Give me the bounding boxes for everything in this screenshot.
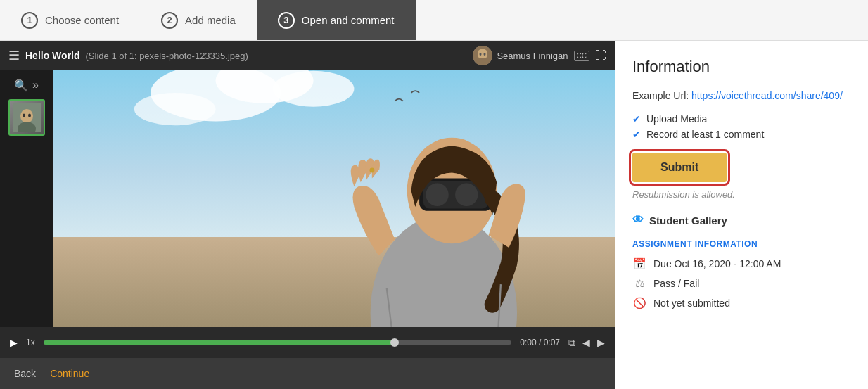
tab-label-add-media: Add media xyxy=(185,14,236,26)
slide-thumbnail[interactable] xyxy=(8,99,45,136)
grade-type-item: ⚖ Pass / Fail xyxy=(632,277,851,290)
player-body: 🔍 » xyxy=(0,70,615,327)
time-display: 0:00 / 0:07 xyxy=(520,338,560,347)
svg-point-3 xyxy=(480,53,482,56)
player-subtitle: (Slide 1 of 1: pexels-photo-123335.jpeg) xyxy=(86,51,248,61)
tab-label-open-comment: Open and comment xyxy=(302,14,395,26)
svg-point-9 xyxy=(28,114,31,117)
no-submit-icon: 🚫 xyxy=(632,297,646,310)
check-label-record: Record at least 1 comment xyxy=(646,129,764,140)
assignment-info-label: ASSIGNMENT INFORMATION xyxy=(632,239,851,249)
panel-title: Information xyxy=(632,58,851,76)
prev-icon[interactable]: ◀ xyxy=(582,337,590,349)
resubmission-note: Resubmission is allowed. xyxy=(632,189,851,200)
continue-button[interactable]: Continue xyxy=(50,368,89,379)
student-gallery-label: Student Gallery xyxy=(649,215,727,227)
svg-point-4 xyxy=(484,53,486,56)
svg-point-6 xyxy=(20,109,33,123)
example-url-link[interactable]: https://voicethread.com/share/409/ xyxy=(691,90,843,101)
due-date-text: Due Oct 16, 2020 - 12:00 AM xyxy=(653,258,781,269)
toolbar-user: Seamus Finnigan xyxy=(473,46,568,65)
progress-thumb xyxy=(390,338,399,347)
student-gallery[interactable]: 👁 Student Gallery xyxy=(632,214,851,227)
user-avatar xyxy=(473,46,492,65)
copy-icon[interactable]: ⧉ xyxy=(568,337,575,349)
submit-button[interactable]: Submit xyxy=(632,153,727,182)
submission-status-text: Not yet submitted xyxy=(653,298,730,309)
check-item-upload: ✔ Upload Media xyxy=(632,113,851,125)
scale-icon: ⚖ xyxy=(632,277,646,290)
submit-wrap: Submit xyxy=(632,153,851,182)
checklist: ✔ Upload Media ✔ Record at least 1 comme… xyxy=(632,113,851,140)
speed-control[interactable]: 1x xyxy=(26,338,35,347)
player-controls: ▶ 1x 0:00 / 0:07 ⧉ ◀ ▶ xyxy=(0,327,615,358)
player-area: ☰ Hello World (Slide 1 of 1: pexels-phot… xyxy=(0,41,615,389)
due-date-item: 📅 Due Oct 16, 2020 - 12:00 AM xyxy=(632,257,851,270)
play-button[interactable]: ▶ xyxy=(10,337,18,348)
player-toolbar: ☰ Hello World (Slide 1 of 1: pexels-phot… xyxy=(0,41,615,70)
user-name: Seamus Finnigan xyxy=(497,51,568,61)
side-panel: 🔍 » xyxy=(0,70,53,327)
tab-number-3: 3 xyxy=(278,12,295,29)
expand-icon[interactable]: ⛶ xyxy=(595,49,606,62)
menu-icon[interactable]: ☰ xyxy=(8,48,20,63)
chevron-right-icon[interactable]: » xyxy=(32,79,39,92)
slide-thumb-inner xyxy=(10,101,44,134)
tab-open-comment[interactable]: 3 Open and comment xyxy=(257,0,416,40)
svg-point-19 xyxy=(455,183,478,205)
info-panel: Information Example Url: https://voiceth… xyxy=(615,41,868,389)
submission-status-item: 🚫 Not yet submitted xyxy=(632,297,851,310)
player-title: Hello World xyxy=(25,50,80,61)
tab-choose-content[interactable]: 1 Choose content xyxy=(0,0,140,40)
search-icon[interactable]: 🔍 xyxy=(14,79,28,92)
tab-number-1: 1 xyxy=(21,12,38,29)
grade-type-text: Pass / Fail xyxy=(653,278,699,289)
progress-bar[interactable] xyxy=(44,340,512,345)
progress-fill xyxy=(44,340,395,345)
side-icons: 🔍 » xyxy=(0,76,53,95)
check-icon-record: ✔ xyxy=(632,129,641,140)
vr-scene xyxy=(53,70,615,327)
svg-point-13 xyxy=(134,93,216,125)
example-url-line: Example Url: https://voicethread.com/sha… xyxy=(632,89,851,103)
tab-number-2: 2 xyxy=(161,12,178,29)
check-label-upload: Upload Media xyxy=(646,113,707,125)
svg-point-8 xyxy=(23,114,25,117)
example-url-label: Example Url: xyxy=(632,90,689,101)
next-icon[interactable]: ▶ xyxy=(597,337,605,349)
cc-button[interactable]: CC xyxy=(574,51,589,61)
bottom-bar: Back Continue xyxy=(0,358,615,389)
control-icons: ⧉ ◀ ▶ xyxy=(568,337,605,349)
main-content: ☰ Hello World (Slide 1 of 1: pexels-phot… xyxy=(0,41,868,389)
calendar-icon: 📅 xyxy=(632,257,646,270)
tab-add-media[interactable]: 2 Add media xyxy=(140,0,257,40)
svg-point-20 xyxy=(369,167,374,172)
svg-point-12 xyxy=(273,71,355,107)
tab-label-choose-content: Choose content xyxy=(45,14,119,26)
back-button[interactable]: Back xyxy=(14,368,36,379)
gallery-icon: 👁 xyxy=(632,214,644,227)
svg-point-18 xyxy=(426,183,448,205)
tab-bar: 1 Choose content 2 Add media 3 Open and … xyxy=(0,0,868,41)
check-item-record: ✔ Record at least 1 comment xyxy=(632,129,851,140)
video-area xyxy=(53,70,615,327)
check-icon-upload: ✔ xyxy=(632,113,641,125)
